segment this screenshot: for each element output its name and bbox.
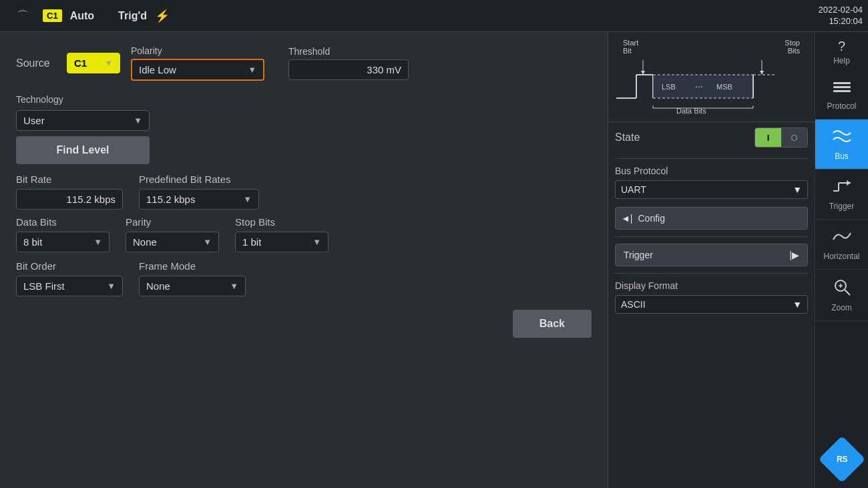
bus-icon <box>832 128 852 149</box>
predefined-bit-rates-dropdown[interactable]: 115.2 kbps ▼ <box>139 189 259 210</box>
display-format-arrow: ▼ <box>793 299 802 310</box>
trigger-icon: |▶ <box>789 250 799 260</box>
data-bits-label: Data Bits <box>16 216 110 228</box>
parity-dropdown[interactable]: None ▼ <box>126 232 219 252</box>
display-format-dropdown[interactable]: ASCII ▼ <box>615 295 808 314</box>
bit-rate-row: Bit Rate 115.2 kbps Predefined Bit Rates… <box>16 174 592 210</box>
data-bits-group: Data Bits 8 bit ▼ <box>16 216 110 252</box>
divider-1 <box>615 158 808 159</box>
toggle-on[interactable]: I <box>755 128 781 147</box>
source-label: Source <box>16 57 56 69</box>
stop-bits-label: Stop Bits <box>235 216 329 228</box>
top-bar: ⌒ C1 Auto Trig'd ⚡ 2022-02-04 15:20:04 <box>0 0 868 32</box>
right-controls: State I O Bus Protocol UART ▼ ◄| Config <box>608 122 815 488</box>
start-bit-label: StartBit <box>623 39 638 55</box>
stop-bits-arrow: ▼ <box>312 237 321 247</box>
top-bar-right: 2022-02-04 15:20:04 <box>819 0 869 31</box>
state-label: State <box>615 132 640 144</box>
frame-mode-arrow: ▼ <box>230 281 238 291</box>
polarity-arrow: ▼ <box>248 65 256 75</box>
help-label: Help <box>833 56 850 65</box>
bottom-section-2: Bit Order LSB First ▼ Frame Mode None ▼ <box>16 260 592 296</box>
waveform-area: StartBit StopBits <box>608 32 815 122</box>
bottom-section-1: Data Bits 8 bit ▼ Parity None ▼ Stop Bit… <box>16 216 592 252</box>
bus-protocol-label: Bus Protocol <box>615 166 808 176</box>
divider-3 <box>615 273 808 274</box>
source-channel-dropdown[interactable]: C1 ▼ <box>67 53 120 73</box>
protocol-label: Protocol <box>827 101 856 111</box>
horizontal-label: Horizontal <box>823 252 859 261</box>
toggle-off[interactable]: O <box>781 128 807 147</box>
config-label: Config <box>638 213 665 224</box>
frame-mode-dropdown[interactable]: None ▼ <box>139 276 246 296</box>
bus-protocol-dropdown[interactable]: UART ▼ <box>615 180 808 199</box>
svg-line-29 <box>845 290 850 295</box>
source-row: Source C1 ▼ Polarity Idle Low ▼ Threshol… <box>16 45 592 81</box>
back-button[interactable]: Back <box>513 310 592 338</box>
mid-section: Technology User ▼ Find Level <box>16 94 592 164</box>
bus-protocol-group: Bus Protocol UART ▼ <box>615 166 808 199</box>
bit-rate-label: Bit Rate <box>16 174 123 185</box>
sidebar-item-trigger[interactable]: Trigger <box>815 170 868 220</box>
frame-mode-label: Frame Mode <box>139 260 246 272</box>
bit-rate-value[interactable]: 115.2 kbps <box>16 189 123 210</box>
back-row: Back <box>16 310 592 338</box>
technology-label: Technology <box>16 94 150 105</box>
svg-text:LSB: LSB <box>662 83 676 91</box>
help-icon: ? <box>838 39 845 54</box>
signal-icon: ⌒ <box>11 4 35 28</box>
polarity-dropdown[interactable]: Idle Low ▼ <box>131 59 264 81</box>
find-level-button[interactable]: Find Level <box>16 136 150 164</box>
auto-label: Auto <box>70 10 94 22</box>
polarity-label: Polarity <box>131 45 264 56</box>
frame-mode-group: Frame Mode None ▼ <box>139 260 246 296</box>
svg-marker-27 <box>847 180 851 186</box>
technology-arrow: ▼ <box>134 115 142 126</box>
state-toggle[interactable]: I O <box>754 128 808 148</box>
trigger-button[interactable]: Trigger |▶ <box>615 244 808 266</box>
bit-order-arrow: ▼ <box>107 281 116 291</box>
zoom-label: Zoom <box>831 303 852 312</box>
parity-label: Parity <box>126 216 219 228</box>
stop-bits-dropdown[interactable]: 1 bit ▼ <box>235 232 329 252</box>
left-panel: Source C1 ▼ Polarity Idle Low ▼ Threshol… <box>0 32 608 488</box>
data-bits-arrow: ▼ <box>93 237 102 247</box>
waveform-svg: LSB MSB ··· Data Bits <box>616 55 807 117</box>
sidebar-item-bus[interactable]: Bus <box>815 119 868 170</box>
rs-logo: RS <box>818 436 865 483</box>
display-format-label: Display Format <box>615 280 808 291</box>
svg-rect-23 <box>833 90 851 92</box>
sidebar-item-zoom[interactable]: Zoom <box>815 270 868 321</box>
threshold-label: Threshold <box>288 46 409 57</box>
stop-bits-label: StopBits <box>785 39 800 55</box>
svg-rect-21 <box>833 82 851 84</box>
sidebar-item-protocol[interactable]: Protocol <box>815 72 868 119</box>
sidebar-item-help[interactable]: ? Help <box>815 32 868 72</box>
stop-bits-group: Stop Bits 1 bit ▼ <box>235 216 329 252</box>
horizontal-icon <box>832 228 852 249</box>
data-bits-dropdown[interactable]: 8 bit ▼ <box>16 232 110 252</box>
threshold-value[interactable]: 330 mV <box>288 59 409 80</box>
config-button[interactable]: ◄| Config <box>615 207 808 230</box>
right-panel: StartBit StopBits <box>608 32 815 488</box>
battery-icon: ⚡ <box>155 9 170 23</box>
sidebar-item-horizontal[interactable]: Horizontal <box>815 220 868 270</box>
trigger-sidebar-label: Trigger <box>829 202 855 211</box>
parity-group: Parity None ▼ <box>126 216 219 252</box>
zoom-icon <box>833 278 851 300</box>
bus-protocol-arrow: ▼ <box>793 184 802 195</box>
top-bar-left: ⌒ C1 Auto Trig'd ⚡ <box>0 4 819 28</box>
svg-text:MSB: MSB <box>716 83 732 91</box>
bit-order-label: Bit Order <box>16 260 123 272</box>
bit-order-group: Bit Order LSB First ▼ <box>16 260 123 296</box>
protocol-icon <box>832 80 852 99</box>
bit-order-dropdown[interactable]: LSB First ▼ <box>16 276 123 296</box>
state-row: State I O <box>615 128 808 148</box>
trigD-label: Trig'd <box>118 10 147 22</box>
main-layout: Source C1 ▼ Polarity Idle Low ▼ Threshol… <box>0 32 868 488</box>
datetime: 2022-02-04 15:20:04 <box>819 5 869 27</box>
technology-section: Technology User ▼ Find Level <box>16 94 150 164</box>
divider-2 <box>615 236 808 237</box>
trigger-label: Trigger <box>624 250 653 260</box>
technology-dropdown[interactable]: User ▼ <box>16 110 150 131</box>
